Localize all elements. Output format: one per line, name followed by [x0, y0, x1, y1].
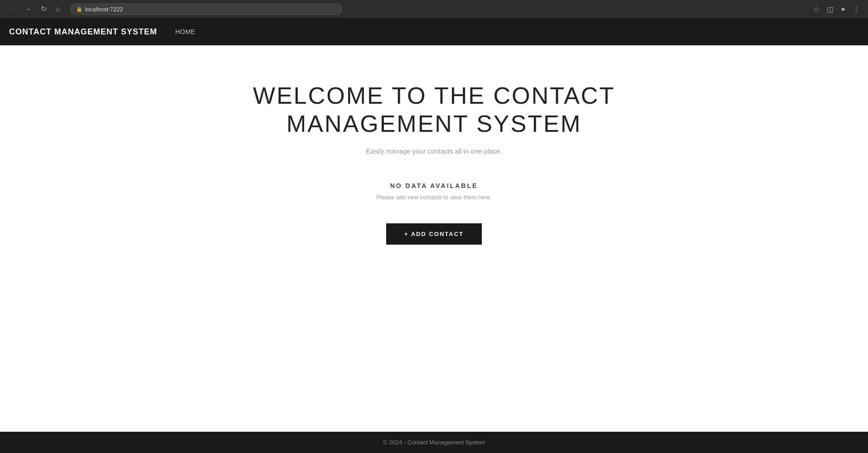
empty-state: NO DATA AVAILABLE Please add new contact…	[376, 182, 491, 201]
account-button[interactable]: ●	[838, 3, 848, 15]
lock-icon: 🔒	[76, 6, 82, 12]
empty-state-title: NO DATA AVAILABLE	[390, 182, 478, 189]
browser-chrome: ← → ↻ ⌂ 🔒 localhost:7222 ☆ ◫ ● ⋮	[0, 0, 868, 18]
main-content: WELCOME TO THE CONTACT MANAGEMENT SYSTEM…	[0, 45, 868, 432]
address-bar[interactable]: 🔒 localhost:7222	[70, 4, 342, 15]
home-button[interactable]: ⌂	[53, 4, 63, 14]
navbar-brand: CONTACT MANAGEMENT SYSTEM	[9, 27, 157, 37]
add-contact-button[interactable]: + ADD CONTACT	[386, 223, 482, 245]
empty-state-subtitle: Please add new contacts to view them her…	[376, 194, 491, 201]
nav-home[interactable]: HOME	[175, 28, 195, 35]
extensions-button[interactable]: ◫	[824, 3, 836, 15]
reload-button[interactable]: ↻	[38, 4, 49, 14]
page-title: WELCOME TO THE CONTACT MANAGEMENT SYSTEM	[230, 82, 638, 138]
footer-text: © 2024 - Contact Management System	[383, 439, 485, 446]
menu-button[interactable]: ⋮	[850, 3, 863, 15]
browser-actions: ☆ ◫ ● ⋮	[810, 3, 863, 15]
bookmark-button[interactable]: ☆	[810, 3, 822, 15]
back-button[interactable]: ←	[5, 4, 18, 14]
url-text: localhost:7222	[85, 6, 123, 13]
footer: © 2024 - Contact Management System	[0, 432, 868, 453]
forward-button[interactable]: →	[22, 4, 34, 14]
navbar: CONTACT MANAGEMENT SYSTEM HOME	[0, 18, 868, 45]
navbar-nav: HOME	[175, 28, 195, 35]
app: CONTACT MANAGEMENT SYSTEM HOME WELCOME T…	[0, 18, 868, 453]
page-subtitle: Easily manage your contacts all in one p…	[366, 147, 502, 155]
